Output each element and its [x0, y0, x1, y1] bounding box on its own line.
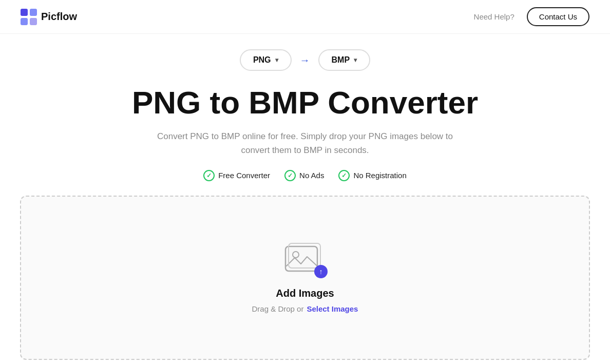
hero-subtitle: Convert PNG to BMP online for free. Simp…	[151, 129, 459, 157]
contact-us-button[interactable]: Contact Us	[527, 7, 589, 26]
svg-rect-0	[21, 9, 28, 16]
add-images-heading: Add Images	[276, 288, 334, 299]
select-images-link[interactable]: Select Images	[307, 304, 358, 313]
main-content: PNG ▾ → BMP ▾ PNG to BMP Converter Conve…	[0, 34, 610, 360]
arrow-icon: →	[300, 54, 310, 66]
feature-no-ads: No Ads	[284, 170, 324, 181]
feature-free-converter: Free Converter	[203, 170, 270, 181]
need-help-label: Need Help?	[474, 12, 514, 21]
upload-icon-wrap	[284, 242, 326, 278]
feature-no-reg-label: No Registration	[353, 171, 406, 180]
from-format-button[interactable]: PNG ▾	[240, 49, 292, 71]
dropzone[interactable]: Add Images Drag & Drop or Select Images	[20, 196, 590, 360]
feature-free-label: Free Converter	[218, 171, 270, 180]
to-format-label: BMP	[332, 55, 350, 65]
drag-drop-row: Drag & Drop or Select Images	[252, 304, 358, 313]
feature-no-registration: No Registration	[338, 170, 406, 181]
navbar: Picflow Need Help? Contact Us	[0, 0, 610, 34]
format-selector: PNG ▾ → BMP ▾	[240, 49, 370, 71]
features-row: Free Converter No Ads No Registration	[203, 170, 407, 181]
svg-rect-3	[30, 18, 37, 25]
check-circle-icon-2	[284, 170, 296, 181]
logo[interactable]: Picflow	[21, 9, 77, 25]
to-format-button[interactable]: BMP ▾	[318, 49, 371, 71]
check-circle-icon-3	[338, 170, 350, 181]
to-format-chevron-icon: ▾	[354, 56, 357, 64]
svg-rect-2	[21, 18, 28, 25]
from-format-chevron-icon: ▾	[275, 56, 278, 64]
feature-no-ads-label: No Ads	[299, 171, 324, 180]
logo-icon	[21, 9, 37, 25]
page-title: PNG to BMP Converter	[132, 85, 478, 120]
drag-drop-text: Drag & Drop or	[252, 304, 304, 313]
nav-right: Need Help? Contact Us	[474, 7, 589, 26]
from-format-label: PNG	[253, 55, 271, 65]
svg-rect-1	[30, 9, 37, 16]
check-circle-icon	[203, 170, 215, 181]
upload-badge-icon	[314, 265, 328, 278]
logo-label: Picflow	[41, 11, 77, 23]
